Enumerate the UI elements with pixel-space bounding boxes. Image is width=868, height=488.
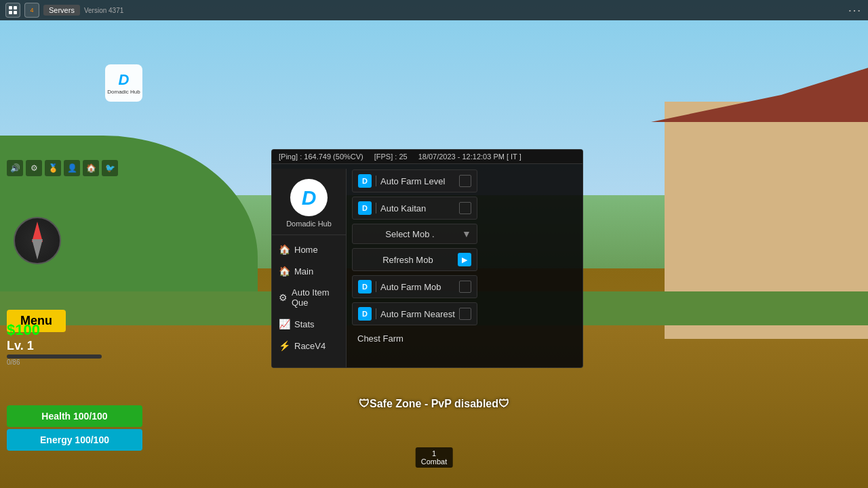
sidebar-item-stats[interactable]: 📈 Stats xyxy=(272,313,346,335)
sound-icon[interactable]: 🔊 xyxy=(7,160,23,176)
auto-farm-mob-label: Auto Farm Mob xyxy=(380,282,455,292)
auto-farm-mob-row: D Auto Farm Mob xyxy=(352,275,477,298)
ping-label: [Ping] : 164.749 (50%CV) xyxy=(279,152,363,161)
sidebar-item-main[interactable]: 🏠 Main xyxy=(272,260,346,282)
auto-farm-mob-icon: D xyxy=(358,280,372,293)
logo-letter: D xyxy=(302,186,317,209)
panel-stats-bar: [Ping] : 164.749 (50%CV) [FPS] : 25 18/0… xyxy=(272,150,583,164)
divider3 xyxy=(376,281,376,292)
home-sidebar-icon: 🏠 xyxy=(279,244,290,255)
refresh-mob-row: Refresh Mob ▶ xyxy=(352,248,477,271)
compass-south-arrow xyxy=(32,239,43,260)
app-icon xyxy=(5,3,20,18)
auto-farm-nearest-label: Auto Farm Nearest xyxy=(380,309,455,319)
datetime-label: 18/07/2023 - 12:12:03 PM [ IT ] xyxy=(418,152,521,161)
combat-label: Combat xyxy=(421,458,448,466)
hub-logo-text: Domadic Hub xyxy=(107,89,140,95)
auto-farm-level-checkbox[interactable] xyxy=(459,175,471,187)
divider2 xyxy=(376,203,376,214)
home-icon[interactable]: 🏠 xyxy=(83,160,99,176)
auto-kaitan-label: Auto Kaitan xyxy=(380,203,455,214)
compass xyxy=(14,217,61,264)
auto-item-sidebar-icon: ⚙ xyxy=(279,292,288,303)
more-options-button[interactable]: ⋯ xyxy=(848,2,863,18)
sidebar-nav: 🏠 Home 🏠 Main ⚙ Auto Item Que 📈 Stats ⚡ xyxy=(272,235,346,360)
sidebar-item-racev4[interactable]: ⚡ RaceV4 xyxy=(272,335,346,357)
hub-logo-letter: D xyxy=(119,71,130,89)
sidebar-racev4-label: RaceV4 xyxy=(294,341,326,351)
sidebar-home-label: Home xyxy=(294,245,318,255)
settings-icon[interactable]: ⚙ xyxy=(26,160,42,176)
xp-text: 0/86 xyxy=(7,359,102,366)
refresh-mob-label: Refresh Mob xyxy=(358,255,458,265)
svg-rect-2 xyxy=(9,11,12,14)
sidebar-stats-label: Stats xyxy=(294,319,315,329)
auto-farm-level-icon: D xyxy=(358,174,372,188)
svg-rect-1 xyxy=(14,6,17,9)
badge-icon[interactable]: 🏅 xyxy=(45,160,61,176)
select-mob-dropdown[interactable]: Select Mob . ▼ xyxy=(352,224,477,244)
panel-body: D Domadic Hub 🏠 Home 🏠 Main ⚙ Auto Item … xyxy=(272,164,583,367)
divider xyxy=(376,176,376,186)
main-panel: [Ping] : 164.749 (50%CV) [FPS] : 25 18/0… xyxy=(271,149,583,368)
fps-label: [FPS] : 25 xyxy=(374,152,408,161)
auto-farm-level-label: Auto Farm Level xyxy=(380,176,455,186)
auto-farm-nearest-checkbox[interactable] xyxy=(459,308,471,320)
health-bar: Health 100/100 xyxy=(7,405,142,427)
logo-text: Domadic Hub xyxy=(286,220,332,228)
sidebar-item-auto-item-que[interactable]: ⚙ Auto Item Que xyxy=(272,282,346,313)
svg-rect-3 xyxy=(14,11,17,14)
player-money: $100 xyxy=(7,321,102,339)
top-bar: 4 Servers Version 4371 ⋯ xyxy=(0,0,868,20)
players-icon[interactable]: 👤 xyxy=(64,160,80,176)
auto-farm-nearest-icon: D xyxy=(358,307,372,321)
auto-kaitan-icon: D xyxy=(358,201,372,215)
version-label: Version 4371 xyxy=(84,7,123,14)
servers-button[interactable]: Servers xyxy=(43,5,80,16)
select-mob-arrow-icon: ▼ xyxy=(462,228,471,239)
panel-sidebar: D Domadic Hub 🏠 Home 🏠 Main ⚙ Auto Item … xyxy=(272,169,347,368)
twitter-icon[interactable]: 🐦 xyxy=(102,160,118,176)
divider4 xyxy=(376,308,376,319)
chest-farm-row: Chest Farm xyxy=(352,329,477,348)
auto-kaitan-checkbox[interactable] xyxy=(459,202,471,214)
auto-farm-level-row: D Auto Farm Level xyxy=(352,169,477,192)
chest-farm-label: Chest Farm xyxy=(357,333,403,344)
stats-sidebar-icon: 📈 xyxy=(279,319,290,329)
combat-tooltip: 1 Combat xyxy=(416,447,453,468)
main-sidebar-icon: 🏠 xyxy=(279,266,290,277)
auto-farm-nearest-row: D Auto Farm Nearest xyxy=(352,302,477,325)
panel-logo: D Domadic Hub xyxy=(272,169,346,235)
sidebar-auto-item-label: Auto Item Que xyxy=(292,287,339,308)
game-icon-row: 🔊 ⚙ 🏅 👤 🏠 🐦 xyxy=(7,160,118,176)
auto-kaitan-row: D Auto Kaitan xyxy=(352,197,477,220)
select-mob-label: Select Mob . xyxy=(358,229,462,239)
hub-logo-widget: D Domadic Hub xyxy=(105,64,142,102)
energy-bar: Energy 100/100 xyxy=(7,429,142,451)
tab-icon: 4 xyxy=(24,3,39,18)
combat-number: 1 xyxy=(421,449,448,458)
player-stats: $100 Lv. 1 0/86 xyxy=(7,321,102,366)
player-level: Lv. 1 xyxy=(7,339,102,353)
racev4-sidebar-icon: ⚡ xyxy=(279,340,290,351)
logo-circle: D xyxy=(290,179,328,216)
sidebar-item-home[interactable]: 🏠 Home xyxy=(272,239,346,260)
panel-content: D Auto Farm Level D Auto Kaitan Select M… xyxy=(347,164,483,367)
sidebar-main-label: Main xyxy=(294,266,313,277)
safe-zone-label: 🛡Safe Zone - PvP disabled🛡 xyxy=(359,398,509,410)
refresh-mob-button[interactable]: ▶ xyxy=(458,253,471,266)
svg-rect-0 xyxy=(9,6,12,9)
auto-farm-mob-checkbox[interactable] xyxy=(459,281,471,293)
